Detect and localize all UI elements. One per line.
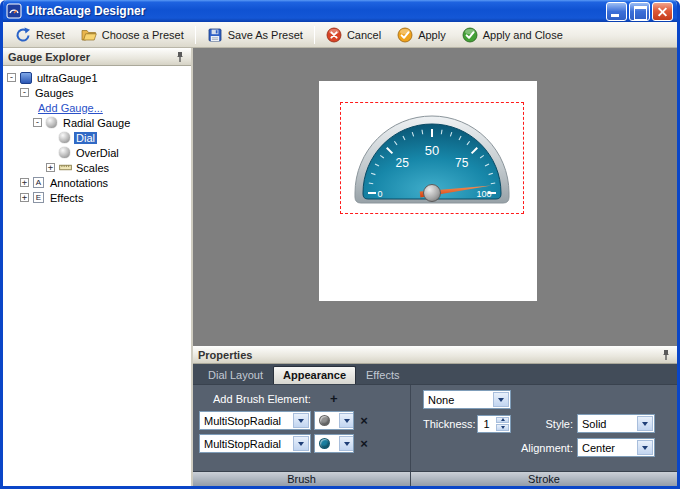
spin-down-button[interactable] xyxy=(496,424,509,431)
collapse-icon[interactable]: - xyxy=(20,88,29,97)
overdial-icon xyxy=(59,147,70,158)
toolbar-separator xyxy=(195,26,196,44)
chevron-down-icon[interactable] xyxy=(339,413,354,428)
expand-icon[interactable]: + xyxy=(20,178,29,187)
properties-tab-strip: Dial Layout Appearance Effects xyxy=(193,364,677,385)
thickness-input[interactable]: 1 xyxy=(477,415,511,433)
tree-item-annotations[interactable]: + A Annotations xyxy=(3,175,191,190)
spin-up-button[interactable] xyxy=(496,417,509,424)
tab-appearance[interactable]: Appearance xyxy=(273,366,356,384)
collapse-icon[interactable]: - xyxy=(7,73,16,82)
svg-text:100: 100 xyxy=(476,189,491,199)
combo-value: Center xyxy=(578,442,636,454)
reset-icon xyxy=(15,27,31,43)
chevron-down-icon[interactable] xyxy=(637,440,653,455)
alignment-label: Alignment: xyxy=(477,442,573,454)
app-icon xyxy=(6,3,22,19)
cancel-button[interactable]: Cancel xyxy=(318,24,389,46)
tree-item-label: Radial Gauge xyxy=(61,117,132,129)
window-title: UltraGauge Designer xyxy=(26,4,602,18)
combo-value: MultiStopRadial xyxy=(200,438,292,450)
add-brush-element-button[interactable]: + xyxy=(327,392,341,406)
brush-group: Add Brush Element: + MultiStopRadial xyxy=(193,385,411,471)
brush-color-combo[interactable] xyxy=(314,434,354,453)
tree-item-label: OverDial xyxy=(74,147,121,159)
stroke-group-footer: Stroke xyxy=(411,471,677,486)
apply-button[interactable]: Apply xyxy=(389,24,454,46)
explorer-tree: - ultraGauge1 - Gauges Add Gauge... - Ra… xyxy=(3,66,191,205)
button-label: Apply xyxy=(418,29,446,41)
gauge-artboard[interactable]: 0255075100 xyxy=(319,81,537,301)
expand-icon[interactable]: + xyxy=(46,163,55,172)
add-brush-element-label: Add Brush Element: xyxy=(213,393,311,405)
expand-icon[interactable]: + xyxy=(20,193,29,202)
stroke-brush-combo[interactable]: None xyxy=(423,390,511,409)
chevron-down-icon[interactable] xyxy=(339,436,354,451)
brush-color-combo[interactable] xyxy=(314,411,354,430)
stroke-style-combo[interactable]: Solid xyxy=(577,414,655,433)
brush-type-combo[interactable]: MultiStopRadial xyxy=(199,434,311,453)
remove-brush-element-button[interactable]: × xyxy=(357,414,371,428)
toolbar-separator xyxy=(314,26,315,44)
chevron-down-icon[interactable] xyxy=(493,392,509,407)
pin-icon[interactable] xyxy=(174,51,186,63)
button-label: Choose a Preset xyxy=(102,29,184,41)
brush-group-footer: Brush xyxy=(193,471,411,486)
button-label: Cancel xyxy=(347,29,381,41)
minimize-button[interactable] xyxy=(606,2,627,21)
reset-button[interactable]: Reset xyxy=(7,24,73,46)
svg-text:75: 75 xyxy=(455,156,469,170)
dial-icon xyxy=(59,132,70,143)
gauge-sphere-icon xyxy=(46,117,57,128)
svg-text:25: 25 xyxy=(396,156,410,170)
tree-item-label-selected[interactable]: Dial xyxy=(74,132,97,144)
main-toolbar: Reset Choose a Preset Save As Preset xyxy=(3,22,677,48)
tree-item-ultragauge1[interactable]: - ultraGauge1 xyxy=(3,70,191,85)
stroke-alignment-combo[interactable]: Center xyxy=(577,438,655,457)
cancel-icon xyxy=(326,27,342,43)
button-label: Apply and Close xyxy=(483,29,563,41)
collapse-icon[interactable]: - xyxy=(33,118,42,127)
apply-and-close-button[interactable]: Apply and Close xyxy=(454,24,571,46)
tree-item-label: Effects xyxy=(48,192,85,204)
selection-outline[interactable]: 0255075100 xyxy=(340,102,524,214)
save-preset-button[interactable]: Save As Preset xyxy=(199,24,311,46)
tree-item-gauges[interactable]: - Gauges xyxy=(3,85,191,100)
remove-brush-element-button[interactable]: × xyxy=(357,437,371,451)
chevron-down-icon[interactable] xyxy=(293,413,309,428)
tree-item-dial[interactable]: Dial xyxy=(3,130,191,145)
explorer-title: Gauge Explorer xyxy=(8,51,174,63)
pin-icon[interactable] xyxy=(660,349,672,361)
tree-item-label: Annotations xyxy=(48,177,110,189)
close-button[interactable] xyxy=(652,2,673,21)
chevron-down-icon[interactable] xyxy=(637,416,653,431)
combo-value: Solid xyxy=(578,418,636,430)
tree-item-radial-gauge[interactable]: - Radial Gauge xyxy=(3,115,191,130)
gauge-explorer-panel: Gauge Explorer - ultraGauge1 - Gauges Ad xyxy=(3,48,193,486)
tree-item-add-gauge[interactable]: Add Gauge... xyxy=(3,100,191,115)
effects-icon: E xyxy=(33,192,44,203)
radial-gauge[interactable]: 0255075100 xyxy=(343,105,521,207)
button-label: Reset xyxy=(36,29,65,41)
choose-preset-button[interactable]: Choose a Preset xyxy=(73,24,192,46)
tree-item-overdial[interactable]: OverDial xyxy=(3,145,191,160)
thickness-label: Thickness: xyxy=(423,418,473,430)
save-icon xyxy=(207,27,223,43)
tree-item-label: ultraGauge1 xyxy=(35,72,100,84)
thickness-value: 1 xyxy=(478,416,495,432)
tree-item-effects[interactable]: + E Effects xyxy=(3,190,191,205)
svg-text:0: 0 xyxy=(377,189,382,199)
tab-dial-layout[interactable]: Dial Layout xyxy=(199,367,272,384)
chevron-down-icon[interactable] xyxy=(293,436,309,451)
tab-effects[interactable]: Effects xyxy=(357,367,408,384)
brush-type-combo[interactable]: MultiStopRadial xyxy=(199,411,311,430)
tree-item-label: Scales xyxy=(74,162,111,174)
properties-header: Properties xyxy=(193,346,677,364)
explorer-header: Gauge Explorer xyxy=(3,48,191,66)
design-canvas[interactable]: 0255075100 xyxy=(193,48,677,346)
maximize-button[interactable] xyxy=(629,2,650,21)
tree-item-scales[interactable]: + Scales xyxy=(3,160,191,175)
add-gauge-link[interactable]: Add Gauge... xyxy=(36,102,105,114)
annotations-icon: A xyxy=(33,177,44,188)
title-bar[interactable]: UltraGauge Designer xyxy=(3,0,677,22)
